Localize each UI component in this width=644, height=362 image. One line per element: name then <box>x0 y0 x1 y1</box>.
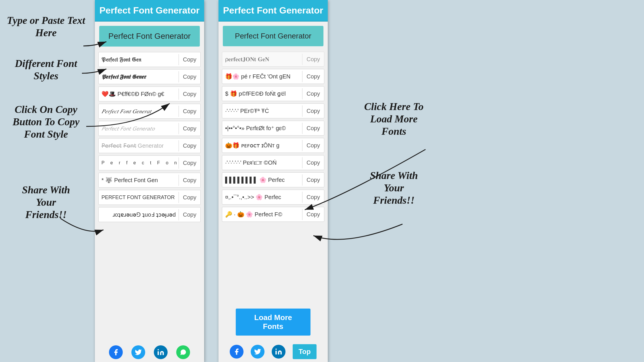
annotation-diff-fonts: Different FontStyles <box>6 57 86 82</box>
font-text-4: 𝑃𝑒𝑟𝑓𝑒𝑐𝑡 𝐹𝑜𝑛𝑡 𝐺𝑒𝑛𝑒𝑟𝑎𝑡 <box>99 106 179 116</box>
right-font-text-2: $ 🎁 p©fFE©Ð foŃt ɡ𝔈l <box>222 88 302 99</box>
font-row-9: PERFECT FONT GENERATOR Copy <box>98 190 201 205</box>
right-input-area[interactable]: Perfect Font Generator <box>223 26 323 46</box>
font-row-1: 𝔓𝔢𝔯𝔣𝔢𝔠𝔱 𝔉𝔬𝔫𝔱 𝔊𝔢𝔫 Copy <box>98 52 201 67</box>
right-font-row-0: ρ𝐞𝐫𝐟𝐞𝐜𝐭𝐉𝐎𝐍𝐭 𝐆𝐞𝐍 Copy <box>222 52 324 67</box>
right-font-row-3: ·'·'·'·'·' ΡΕr©Ŧª ŦĊ Copy <box>222 103 324 118</box>
right-font-row-9: 🔑 · 🎃 🌸 Perfect F© Copy <box>222 207 324 222</box>
font-row-10: ɹoʇɐɹǝuǝ⅁ ʇuoℲ ʇɔǝɟɹǝd Copy <box>98 207 201 222</box>
right-bottom-bar: Top <box>218 341 328 362</box>
left-share-bar <box>95 341 204 362</box>
right-copy-btn-2[interactable]: Copy <box>302 88 324 99</box>
copy-btn-1[interactable]: Copy <box>179 54 200 65</box>
font-row-7: P e r f e c t F o n t Copy <box>98 155 201 170</box>
right-font-row-8: ¤,.•¯°.,•..>> 🌸 Perfec Copy <box>222 190 324 205</box>
twitter-icon-right[interactable] <box>251 345 264 359</box>
annotation-load-more: Click Here ToLoad MoreFonts <box>348 101 440 138</box>
left-panel-header: Perfect Font Generator <box>95 0 204 22</box>
right-font-row-7: ▌▌▌▌▌▌▌▌ 🌸 Perfec Copy <box>222 172 324 187</box>
right-font-text-3: ·'·'·'·'·' ΡΕr©Ŧª ŦĊ <box>222 106 302 116</box>
right-panel-header: Perfect Font Generator <box>218 0 328 22</box>
svg-point-0 <box>158 349 159 350</box>
load-more-button[interactable]: Load More Fonts <box>236 309 310 336</box>
right-copy-btn-3[interactable]: Copy <box>302 105 324 117</box>
left-panel: Perfect Font Generator Perfect Font Gene… <box>95 0 204 362</box>
font-row-5: 𝘗𝘦𝘳𝘧𝘦𝘤𝘵 𝘍𝘰𝘯𝘵 𝘎𝘦𝘯𝘦𝘳𝘢𝘵𝘰 Copy <box>98 121 201 136</box>
right-panel: Perfect Font Generator Perfect Font Gene… <box>218 0 328 362</box>
font-text-10: ɹoʇɐɹǝuǝ⅁ ʇuoℲ ʇɔǝɟɹǝd <box>99 209 179 220</box>
font-row-3: ❤️🎩 P€ff€©Ð FØn© g€ Copy <box>98 86 201 101</box>
copy-btn-7[interactable]: Copy <box>179 157 200 169</box>
copy-btn-5[interactable]: Copy <box>179 123 200 134</box>
annotation-share-right: Share WithYourFriends!! <box>354 170 434 207</box>
font-text-2: 𝕻𝖊𝖗𝖋𝖊𝖈𝖙 𝕱𝖔𝖓𝖙 𝕲𝖊𝖓𝖊𝖗 <box>99 72 179 82</box>
font-row-6: P̶e̶r̶f̶e̶c̶t̶ F̶o̶n̶t̶ Generator Copy <box>98 138 201 153</box>
font-text-9: PERFECT FONT GENERATOR <box>99 193 179 202</box>
right-copy-btn-0[interactable]: Copy <box>302 54 324 65</box>
facebook-icon-right[interactable] <box>230 345 244 359</box>
twitter-icon-left[interactable] <box>131 345 145 359</box>
right-font-text-8: ¤,.•¯°.,•..>> 🌸 Perfec <box>222 192 302 202</box>
right-font-text-6: ·'·'·'·'·'·' Pεя'ε□т ©ОŃ <box>222 158 302 168</box>
font-text-6: P̶e̶r̶f̶e̶c̶t̶ F̶o̶n̶t̶ Generator <box>99 140 179 151</box>
copy-btn-3[interactable]: Copy <box>179 88 200 100</box>
left-input-area[interactable]: Perfect Font Generator <box>99 26 200 47</box>
facebook-icon-left[interactable] <box>109 345 123 359</box>
right-font-row-6: ·'·'·'·'·'·' Pεя'ε□т ©ОŃ Copy <box>222 155 324 170</box>
right-copy-btn-1[interactable]: Copy <box>302 71 324 82</box>
right-font-row-2: $ 🎁 p©fFE©Ð foŃt ɡ𝔈l Copy <box>222 86 324 101</box>
copy-btn-6[interactable]: Copy <box>179 140 200 151</box>
font-row-8: * 🐺 Perfect Font Gen Copy <box>98 173 201 188</box>
annotation-share-left: Share WithYourFriends!! <box>9 184 83 221</box>
right-copy-btn-4[interactable]: Copy <box>302 123 324 134</box>
copy-btn-8[interactable]: Copy <box>179 175 200 186</box>
font-row-4: 𝑃𝑒𝑟𝑓𝑒𝑐𝑡 𝐹𝑜𝑛𝑡 𝐺𝑒𝑛𝑒𝑟𝑎𝑡 Copy <box>98 104 201 119</box>
copy-btn-9[interactable]: Copy <box>179 192 200 203</box>
annotation-click-copy: Click On CopyButton To CopyFont Style <box>3 103 89 141</box>
svg-point-1 <box>276 348 277 350</box>
font-text-1: 𝔓𝔢𝔯𝔣𝔢𝔠𝔱 𝔉𝔬𝔫𝔱 𝔊𝔢𝔫 <box>99 55 179 65</box>
annotation-type-paste: Type or Paste Text Here <box>6 14 86 39</box>
right-font-row-1: 🎁🌸 pé r FEČt 'Ont gEN Copy <box>222 69 324 84</box>
font-text-7: P e r f e c t F o n t <box>99 159 179 167</box>
right-font-text-9: 🔑 · 🎃 🌸 Perfect F© <box>222 209 302 219</box>
copy-btn-4[interactable]: Copy <box>179 106 200 117</box>
font-row-2: 𝕻𝖊𝖗𝖋𝖊𝖈𝖙 𝕱𝖔𝖓𝖙 𝕲𝖊𝖓𝖊𝖗 Copy <box>98 69 201 84</box>
linkedin-icon-left[interactable] <box>154 345 168 359</box>
right-copy-btn-6[interactable]: Copy <box>302 157 324 168</box>
right-font-row-4: •|••°•°•» PεrfεØt fo⁺ gε© Copy <box>222 121 324 136</box>
linkedin-icon-right[interactable] <box>272 345 285 359</box>
copy-btn-2[interactable]: Copy <box>179 71 200 82</box>
right-font-text-1: 🎁🌸 pé r FEČt 'Ont gEN <box>222 71 302 82</box>
top-button[interactable]: Top <box>293 344 316 359</box>
right-font-text-0: ρ𝐞𝐫𝐟𝐞𝐜𝐭𝐉𝐎𝐍𝐭 𝐆𝐞𝐍 <box>222 54 302 64</box>
right-font-text-7: ▌▌▌▌▌▌▌▌ 🌸 Perfec <box>222 175 302 185</box>
right-font-text-5: 🎃🎁 ᴘᴇꜰᴏᴄᴛ ɪÔNт g <box>222 140 302 151</box>
font-text-5: 𝘗𝘦𝘳𝘧𝘦𝘤𝘵 𝘍𝘰𝘯𝘵 𝘎𝘦𝘯𝘦𝘳𝘢𝘵𝘰 <box>99 124 179 134</box>
right-font-row-5: 🎃🎁 ᴘᴇꜰᴏᴄᴛ ɪÔNт g Copy <box>222 138 324 153</box>
right-copy-btn-7[interactable]: Copy <box>302 174 324 186</box>
font-text-8: * 🐺 Perfect Font Gen <box>99 175 179 185</box>
whatsapp-icon-left[interactable] <box>176 345 190 359</box>
right-copy-btn-9[interactable]: Copy <box>302 209 324 220</box>
font-text-3: ❤️🎩 P€ff€©Ð FØn© g€ <box>99 89 179 99</box>
right-copy-btn-8[interactable]: Copy <box>302 192 324 203</box>
right-copy-btn-5[interactable]: Copy <box>302 140 324 151</box>
copy-btn-10[interactable]: Copy <box>179 209 200 220</box>
right-font-text-4: •|••°•°•» PεrfεØt fo⁺ gε© <box>222 123 302 133</box>
